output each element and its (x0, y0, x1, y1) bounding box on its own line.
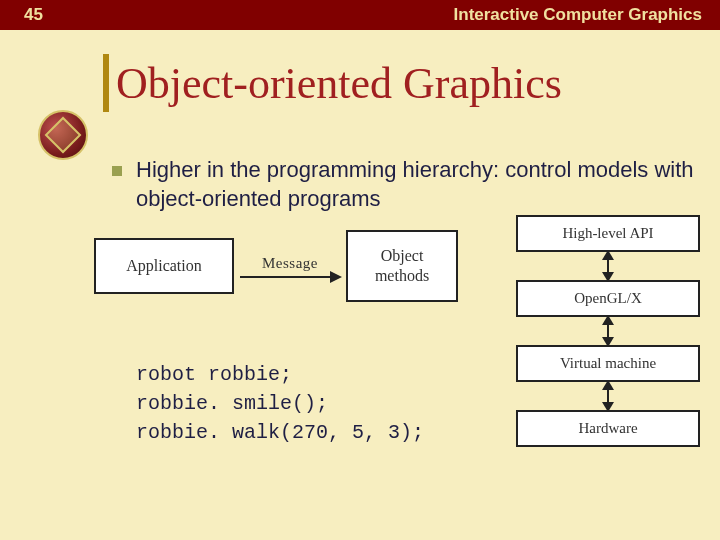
code-line: robbie. smile(); (136, 392, 328, 415)
arrow-message: Message (240, 255, 340, 278)
code-line: robot robbie; (136, 363, 292, 386)
box-hardware: Hardware (516, 410, 700, 447)
bullet-text: Higher in the programming hierarchy: con… (136, 156, 698, 213)
slide-title: Object-oriented Graphics (116, 58, 562, 109)
slide-number: 45 (24, 5, 43, 25)
title-accent-bar (103, 54, 109, 112)
box-opengl-x: OpenGL/X (516, 280, 700, 317)
double-arrow-icon (607, 382, 609, 410)
double-arrow-icon (607, 252, 609, 280)
code-line: robbie. walk(270, 5, 3); (136, 421, 424, 444)
institution-logo (38, 110, 88, 160)
double-arrow-icon (607, 317, 609, 345)
box-application: Application (94, 238, 234, 294)
arrow-label: Message (262, 255, 318, 272)
layer-stack-diagram: High-level API OpenGL/X Virtual machine … (514, 215, 702, 447)
bullet-marker-icon (112, 166, 122, 176)
message-diagram: Application Message Object methods (94, 230, 458, 302)
box-object-methods: Object methods (346, 230, 458, 302)
bullet-item: Higher in the programming hierarchy: con… (112, 156, 698, 213)
course-title: Interactive Computer Graphics (454, 5, 702, 25)
box-high-level-api: High-level API (516, 215, 700, 252)
arrow-icon (240, 276, 340, 278)
code-sample: robot robbie; robbie. smile(); robbie. w… (136, 360, 424, 447)
box-virtual-machine: Virtual machine (516, 345, 700, 382)
header-bar: 45 Interactive Computer Graphics (0, 0, 720, 30)
